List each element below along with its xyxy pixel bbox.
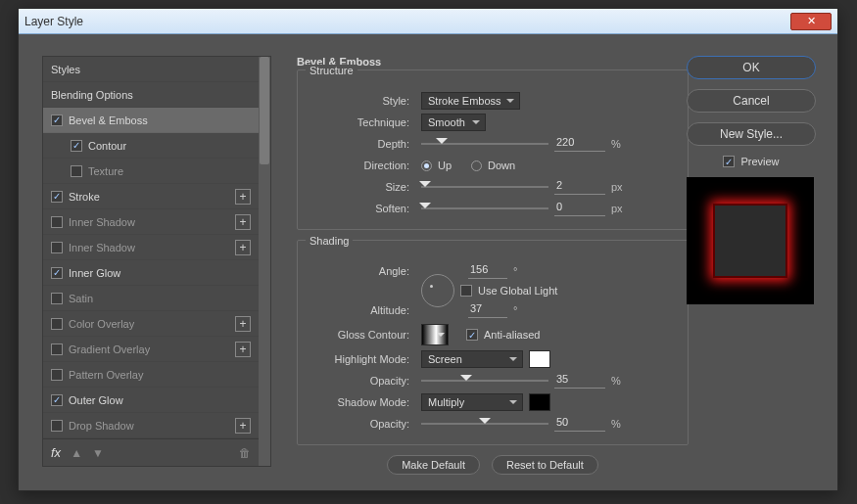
style-item-blending-options[interactable]: Blending Options: [43, 82, 270, 108]
direction-up-radio[interactable]: [421, 160, 432, 171]
close-button[interactable]: ✕: [790, 13, 832, 30]
style-item-checkbox[interactable]: [51, 242, 63, 253]
style-item-label: Satin: [69, 293, 262, 304]
size-label: Size:: [308, 181, 415, 193]
preview-checkbox[interactable]: [723, 156, 735, 167]
soften-slider[interactable]: [421, 200, 548, 217]
style-item-outer-glow[interactable]: Outer Glow: [43, 388, 270, 413]
style-item-stroke[interactable]: Stroke+: [43, 184, 270, 209]
style-item-checkbox[interactable]: [51, 420, 63, 432]
scrollbar-thumb[interactable]: [260, 57, 269, 164]
shading-group: Shading Angle: 156 ° Use Global Light Al…: [297, 240, 689, 445]
highlight-opacity-label: Opacity:: [308, 375, 415, 387]
depth-value[interactable]: 220: [554, 136, 605, 152]
styles-footer: fx ▲ ▼ 🗑: [43, 438, 259, 466]
styles-header[interactable]: Styles: [43, 57, 270, 82]
ok-button[interactable]: OK: [687, 56, 816, 79]
move-down-icon[interactable]: ▼: [92, 446, 104, 460]
add-effect-icon[interactable]: +: [235, 189, 251, 205]
style-item-satin[interactable]: Satin: [43, 286, 270, 311]
soften-value[interactable]: 0: [554, 201, 605, 216]
shadow-opacity-value[interactable]: 50: [554, 416, 605, 432]
shadow-opacity-slider[interactable]: [421, 415, 548, 433]
styles-scrollbar[interactable]: [259, 57, 270, 466]
style-item-checkbox[interactable]: [51, 267, 63, 279]
move-up-icon[interactable]: ▲: [71, 446, 82, 460]
style-select[interactable]: Stroke Emboss: [421, 92, 520, 110]
style-item-inner-glow[interactable]: Inner Glow: [43, 260, 270, 286]
size-slider[interactable]: [421, 178, 548, 196]
gloss-contour-picker[interactable]: [421, 324, 449, 345]
shadow-mode-label: Shadow Mode:: [308, 396, 415, 408]
structure-legend: Structure: [306, 65, 357, 76]
cancel-button[interactable]: Cancel: [687, 89, 816, 113]
style-item-drop-shadow[interactable]: Drop Shadow+: [43, 413, 270, 438]
altitude-value[interactable]: 37: [468, 302, 507, 318]
antialiased-checkbox[interactable]: [466, 329, 478, 341]
trash-icon[interactable]: 🗑: [239, 446, 251, 460]
depth-label: Depth:: [308, 138, 415, 150]
fx-icon[interactable]: fx: [51, 445, 61, 460]
style-item-label: Drop Shadow: [69, 420, 229, 432]
style-item-checkbox[interactable]: [51, 216, 63, 228]
add-effect-icon[interactable]: +: [235, 316, 251, 332]
shading-legend: Shading: [306, 235, 353, 247]
style-item-label: Color Overlay: [69, 318, 229, 330]
default-buttons-row: Make Default Reset to Default: [297, 455, 689, 475]
style-item-checkbox[interactable]: [51, 369, 63, 381]
styles-panel: Styles Blending OptionsBevel & EmbossCon…: [42, 56, 271, 467]
technique-select[interactable]: Smooth: [421, 114, 486, 131]
style-item-checkbox[interactable]: [51, 191, 63, 203]
style-item-checkbox[interactable]: [51, 293, 63, 304]
style-item-label: Gradient Overlay: [69, 344, 229, 355]
size-unit: px: [611, 181, 633, 193]
preview-box: [687, 177, 814, 304]
depth-slider[interactable]: [421, 135, 548, 153]
style-item-color-overlay[interactable]: Color Overlay+: [43, 311, 270, 337]
style-item-checkbox[interactable]: [71, 165, 82, 177]
reset-default-button[interactable]: Reset to Default: [492, 455, 598, 475]
style-item-checkbox[interactable]: [51, 344, 63, 355]
shadow-opacity-label: Opacity:: [308, 418, 415, 430]
add-effect-icon[interactable]: +: [235, 240, 251, 255]
style-item-gradient-overlay[interactable]: Gradient Overlay+: [43, 337, 270, 362]
style-item-bevel-emboss[interactable]: Bevel & Emboss: [43, 108, 270, 133]
shadow-mode-select[interactable]: Multiply: [421, 393, 523, 411]
make-default-button[interactable]: Make Default: [387, 455, 480, 475]
add-effect-icon[interactable]: +: [235, 214, 251, 230]
highlight-opacity-unit: %: [611, 375, 633, 387]
direction-down-radio[interactable]: [471, 160, 482, 171]
soften-unit: px: [611, 203, 633, 214]
angle-unit: °: [513, 265, 535, 277]
style-item-pattern-overlay[interactable]: Pattern Overlay: [43, 362, 270, 388]
titlebar[interactable]: Layer Style ✕: [19, 9, 837, 34]
style-item-inner-shadow[interactable]: Inner Shadow+: [43, 235, 270, 260]
style-item-checkbox[interactable]: [51, 394, 63, 406]
use-global-light-checkbox[interactable]: [460, 285, 472, 297]
technique-label: Technique:: [308, 116, 415, 128]
angle-dial[interactable]: [421, 274, 454, 307]
style-item-checkbox[interactable]: [51, 115, 63, 126]
direction-label: Direction:: [308, 160, 415, 171]
highlight-opacity-value[interactable]: 35: [554, 373, 605, 389]
style-item-label: Texture: [88, 165, 262, 177]
styles-header-label: Styles: [51, 64, 262, 75]
style-item-texture[interactable]: Texture: [43, 159, 270, 184]
style-item-checkbox[interactable]: [51, 318, 63, 330]
size-value[interactable]: 2: [554, 179, 605, 195]
highlight-opacity-slider[interactable]: [421, 372, 548, 389]
add-effect-icon[interactable]: +: [235, 342, 251, 357]
shadow-color-swatch[interactable]: [529, 393, 550, 411]
preview-shape: [713, 204, 787, 278]
highlight-mode-select[interactable]: Screen: [421, 350, 523, 368]
angle-value[interactable]: 156: [468, 263, 507, 279]
style-item-checkbox[interactable]: [71, 140, 82, 152]
highlight-color-swatch[interactable]: [529, 350, 550, 368]
style-item-inner-shadow[interactable]: Inner Shadow+: [43, 209, 270, 235]
style-item-contour[interactable]: Contour: [43, 133, 270, 159]
new-style-button[interactable]: New Style...: [687, 122, 816, 146]
style-item-label: Inner Shadow: [69, 242, 229, 253]
add-effect-icon[interactable]: +: [235, 418, 251, 434]
close-icon: ✕: [807, 15, 816, 27]
style-label: Style:: [308, 95, 415, 107]
